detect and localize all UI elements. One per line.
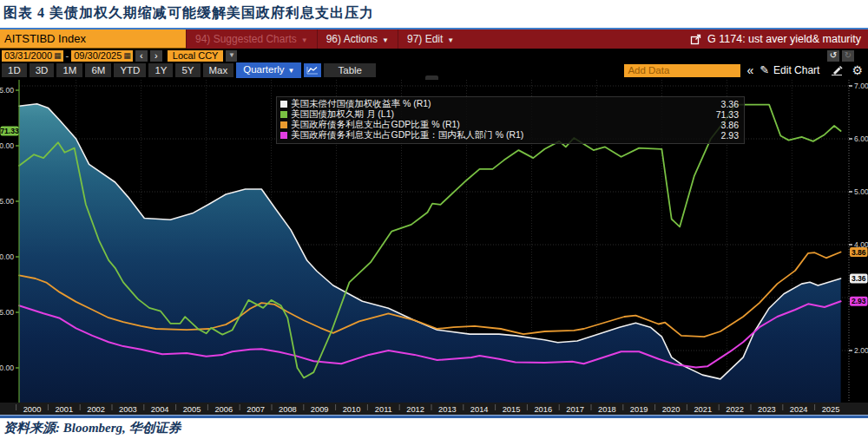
x-axis-year-label: 2021: [694, 405, 712, 414]
x-axis-year-label: 2015: [503, 405, 521, 414]
source-note: 资料来源: Bloomberg, 华创证券: [3, 420, 181, 436]
x-axis-year-label: 2005: [183, 405, 201, 414]
next-period-button[interactable]: ›: [150, 50, 162, 62]
legend-label: 美国政府债务利息支出占GDP比重：国内私人部门 % (R1): [291, 129, 523, 141]
legend-value: 3.36: [714, 99, 739, 109]
x-axis-year-label: 2006: [214, 405, 233, 414]
currency-dropdown-button[interactable]: ▼: [226, 50, 237, 62]
chart-type-button[interactable]: [304, 63, 321, 77]
table-button[interactable]: Table: [324, 63, 376, 77]
left-axis-tick-label: 75.00: [0, 86, 14, 95]
date-range-dash: -: [66, 50, 69, 61]
x-axis-year-label: 2024: [790, 405, 808, 414]
tab-ytd[interactable]: YTD: [114, 63, 146, 77]
last-value-badge-text: 2.93: [852, 297, 866, 305]
export-icon[interactable]: [690, 34, 701, 45]
left-axis-tick-label: 50.00: [0, 364, 14, 372]
legend-value: 2.93: [714, 130, 739, 141]
edit-chart-button[interactable]: Edit Chart: [773, 63, 819, 77]
chevron-down-icon: ▼: [288, 67, 295, 75]
menu-item-suggested-charts[interactable]: 94) Suggested Charts▼: [186, 29, 317, 49]
x-axis-year-label: 2020: [662, 405, 681, 414]
tab-3d[interactable]: 3D: [30, 63, 55, 77]
date-from-input[interactable]: 03/31/2000 ▦: [2, 50, 63, 62]
report-title: 图表 4 美债加权久期缩减可能缓解美国政府利息支出压力: [3, 4, 374, 23]
chart-reference: G 1174: ust aver yield& maturity: [690, 29, 868, 49]
x-axis-year-label: 2007: [247, 405, 265, 414]
chevron-down-icon: ▼: [382, 36, 389, 44]
x-axis-year-label: 2017: [566, 405, 584, 414]
right-axis-tick-label: 7.00: [854, 82, 868, 90]
left-axis-tick-label: 60.00: [0, 252, 14, 261]
period-tabs: 1D3D1M6MYTD1Y5YMax: [2, 63, 233, 77]
chevron-down-icon: ▼: [447, 36, 454, 44]
tab-max[interactable]: Max: [203, 63, 234, 77]
annotate-chart-icon[interactable]: [831, 65, 844, 76]
add-data-input[interactable]: Add Data: [624, 64, 740, 77]
x-axis-year-label: 2003: [119, 405, 137, 414]
chart-ref-label: G 1174: ust aver yield& maturity: [707, 33, 861, 45]
last-value-badge-text: 3.86: [852, 248, 866, 257]
tab-1m[interactable]: 1M: [56, 63, 82, 77]
menu-item-actions[interactable]: 96) Actions▼: [317, 29, 398, 49]
x-axis-year-label: 2019: [630, 405, 648, 414]
x-axis-year-label: 2002: [87, 405, 105, 414]
x-axis-year-label: 2023: [758, 405, 776, 414]
date-toolbar: 03/31/2000 ▦ - 09/30/2025 ▦ ‹ › Local CC…: [0, 49, 868, 62]
legend-swatch: [280, 101, 287, 108]
x-axis-year-label: 2009: [311, 405, 329, 414]
right-axis-tick-label: 6.00: [854, 134, 868, 143]
calendar-icon: ▦: [123, 52, 131, 60]
left-axis-tick-label: 55.00: [0, 308, 14, 317]
right-axis-tick-label: 2.00: [854, 346, 868, 355]
tab-6m[interactable]: 6M: [85, 63, 111, 77]
frequency-select[interactable]: Quarterly▼: [236, 62, 301, 78]
legend-swatch: [280, 132, 287, 139]
x-axis-year-label: 2018: [598, 405, 616, 414]
bloomberg-terminal-window: AITSTIBD Index 94) Suggested Charts▼96) …: [0, 28, 868, 415]
date-to-input[interactable]: 09/30/2025 ▦: [71, 50, 133, 62]
settings-gear-icon[interactable]: ⚙: [852, 63, 863, 77]
report-divider: [0, 415, 868, 418]
legend-row-3[interactable]: 美国政府债务利息支出占GDP比重：国内私人部门 % (R1)2.93: [280, 130, 739, 141]
x-axis-year-label: 2004: [151, 405, 169, 414]
ticker-input[interactable]: AITSTIBD Index: [0, 29, 186, 49]
left-axis-tick-label: 70.00: [0, 141, 14, 150]
last-value-badge-text: 71.33: [0, 127, 19, 135]
collapse-panel-button[interactable]: «: [746, 63, 753, 77]
tab-1d[interactable]: 1D: [2, 63, 27, 77]
chart-legend: 美国未偿付国债加权收益率 % (R1)3.36美国国债加权久期 月 (L1)71…: [276, 96, 745, 144]
legend-value: 3.86: [714, 120, 739, 130]
x-axis-year-label: 2012: [406, 405, 424, 414]
undo-button[interactable]: ↺: [827, 50, 839, 62]
menu-item-edit[interactable]: 97) Edit▼: [398, 29, 463, 49]
x-axis-year-label: 2011: [375, 405, 392, 414]
x-axis-year-label: 2014: [470, 405, 489, 414]
prev-period-button[interactable]: ‹: [135, 50, 148, 62]
tab-1y[interactable]: 1Y: [148, 63, 173, 77]
legend-value: 71.33: [709, 109, 739, 120]
x-axis-year-label: 2010: [343, 405, 361, 414]
x-axis-year-label: 2022: [726, 405, 744, 414]
x-axis-year-label: 2008: [279, 405, 297, 414]
right-axis-tick-label: 5.00: [854, 187, 868, 196]
x-axis-year-label: 2000: [23, 405, 42, 414]
x-axis-year-label: 2025: [822, 405, 840, 414]
x-axis-year-label: 2001: [55, 405, 73, 414]
last-value-badge-text: 3.36: [852, 274, 866, 283]
x-axis-year-label: 2013: [438, 405, 457, 414]
terminal-menu-bar: AITSTIBD Index 94) Suggested Charts▼96) …: [0, 29, 868, 49]
left-axis-tick-label: 65.00: [0, 197, 14, 206]
line-chart-icon: [306, 66, 319, 75]
redo-button[interactable]: ↻: [842, 50, 854, 62]
legend-swatch: [280, 121, 287, 128]
chevron-down-icon: ▼: [301, 36, 308, 44]
currency-select[interactable]: Local CCY: [168, 50, 224, 62]
legend-swatch: [280, 111, 287, 118]
x-axis-year-label: 2016: [534, 405, 552, 414]
menu-items: 94) Suggested Charts▼96) Actions▼97) Edi…: [186, 29, 463, 49]
calendar-icon: ▦: [54, 52, 62, 60]
edit-pencil-icon[interactable]: ✎: [760, 63, 769, 77]
tab-5y[interactable]: 5Y: [175, 63, 200, 77]
